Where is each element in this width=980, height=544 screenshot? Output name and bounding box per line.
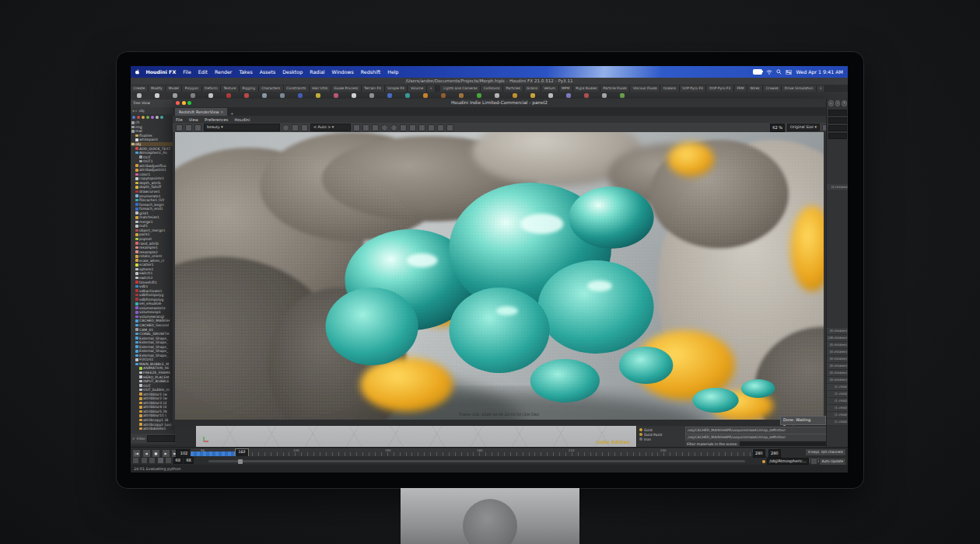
tree-tool-icon[interactable] — [137, 116, 140, 119]
renderview-menu-item[interactable]: View — [186, 117, 201, 122]
shelf-tool-icon[interactable] — [191, 93, 195, 98]
shelf-tool-icon[interactable] — [298, 93, 303, 98]
children-count-row[interactable]: (1 child) — [827, 391, 848, 398]
shelf-tab[interactable]: Model — [166, 85, 182, 92]
transport-button[interactable]: ◀ — [142, 449, 151, 458]
children-count-row[interactable]: (0 children) — [827, 363, 848, 370]
shelf-tool-icon[interactable] — [548, 93, 553, 98]
shelf-tab[interactable]: Vellum — [541, 85, 559, 92]
renderview-menu-item[interactable]: File — [173, 117, 186, 122]
refresh-icon[interactable] — [810, 458, 817, 465]
current-node-path[interactable]: /obj/Atmospheric... — [767, 458, 808, 465]
spotlight-search-icon[interactable] — [776, 69, 782, 75]
shelf-tab[interactable]: Lights and Cameras — [440, 85, 481, 92]
shelf-tool-icon[interactable] — [280, 93, 285, 98]
shelf-tool-icon[interactable] — [620, 93, 625, 98]
dopesheet-icon[interactable] — [157, 457, 164, 464]
menubar-app-name[interactable]: Houdini FX — [142, 69, 180, 75]
shelf-tab[interactable]: Characters — [259, 85, 284, 92]
range-end-field[interactable]: 280 — [753, 449, 765, 458]
menubar-item[interactable]: Edit — [194, 69, 211, 75]
shelf-tab[interactable]: Rigging — [240, 85, 259, 92]
panel-tool-icon[interactable]: i — [835, 100, 841, 106]
fullscreen-icon[interactable] — [418, 124, 425, 131]
children-count-row[interactable]: (1 child) — [827, 412, 848, 419]
shelf-tool-icon[interactable] — [316, 93, 320, 98]
checker-background-icon[interactable] — [372, 124, 379, 131]
transport-button[interactable]: ■ — [152, 449, 160, 458]
shelf-tool-icon[interactable] — [137, 93, 142, 98]
shelf-tool-icon[interactable] — [513, 93, 517, 98]
parameter-field[interactable] — [828, 117, 847, 124]
wifi-icon[interactable] — [766, 70, 772, 75]
shelf-tab[interactable]: DOP Pyro FX — [706, 85, 733, 92]
tree-tool-icon[interactable] — [142, 116, 145, 119]
parameter-field[interactable] — [828, 125, 847, 131]
network-editor-canvas[interactable]: Indie Edition — [196, 426, 636, 447]
playhead[interactable]: 102 — [235, 448, 249, 456]
children-count-row[interactable]: (18 children) — [827, 335, 848, 342]
audio-toggle-icon[interactable] — [141, 457, 148, 464]
shelf-tool-icon[interactable] — [262, 93, 267, 98]
shelf-tool-icon[interactable] — [352, 93, 356, 98]
shelf-tab[interactable]: Particle Fluids — [600, 85, 630, 92]
panel-tool-icon[interactable]: ? — [842, 100, 847, 106]
menubar-item[interactable]: File — [180, 69, 195, 75]
menubar-item[interactable]: Render — [212, 69, 236, 75]
children-count-row[interactable]: (1 child) — [827, 398, 848, 405]
shelf-tab[interactable]: Crowds — [763, 85, 782, 92]
shelf-tool-icon[interactable] — [584, 93, 589, 98]
shelf-tool-icon[interactable] — [477, 93, 481, 98]
size-dropdown[interactable]: Original Size ▾ — [787, 124, 820, 131]
shelf-tab[interactable]: Volume — [408, 85, 426, 92]
shelf-tab[interactable]: Grains — [524, 85, 541, 92]
shelf-tool-icon[interactable] — [441, 93, 446, 98]
menubar-item[interactable]: Redshift — [357, 69, 384, 75]
children-count-row[interactable]: (1 child) — [827, 405, 848, 412]
nav-back-icon[interactable]: ◂ — [132, 109, 134, 113]
panels-icon[interactable] — [428, 124, 435, 131]
apple-menu-icon[interactable] — [131, 69, 142, 75]
shelf-tab[interactable]: FEM — [734, 85, 747, 92]
save-snapshot-icon[interactable] — [185, 124, 192, 131]
shelf-tab[interactable]: SOP Pyro FX — [680, 85, 707, 92]
grid-icon[interactable] — [362, 124, 369, 131]
tab-close-icon[interactable]: ✕ — [220, 110, 223, 114]
realtime-toggle-icon[interactable] — [132, 457, 139, 464]
lock-icon[interactable] — [353, 124, 360, 131]
tree-tool-icon[interactable] — [146, 116, 149, 119]
close-traffic-light[interactable] — [176, 101, 180, 105]
clear-icon[interactable] — [292, 124, 299, 131]
parameter-field[interactable] — [828, 110, 847, 116]
target-icon[interactable] — [390, 124, 397, 131]
children-count-row[interactable]: (0 children) — [827, 342, 848, 349]
children-count-row[interactable]: (0 children) — [827, 377, 848, 384]
range-start-field-2[interactable]: 68 — [184, 457, 193, 464]
shelf-tab[interactable]: + — [427, 85, 436, 92]
menubar-item[interactable]: Assets — [256, 69, 279, 75]
shelf-tab[interactable]: Modify — [149, 85, 166, 92]
menubar-item[interactable]: Help — [384, 69, 402, 75]
parameter-field[interactable] — [828, 133, 847, 139]
crop-region-icon[interactable] — [301, 124, 308, 131]
zoom-traffic-light[interactable] — [187, 101, 191, 105]
shelf-tool-icon[interactable] — [244, 93, 249, 98]
menubar-item[interactable]: Windows — [328, 69, 357, 75]
children-count-row[interactable]: (1 child) — [827, 419, 848, 426]
tree-tool-icon[interactable] — [160, 116, 163, 119]
expand-icon[interactable] — [409, 124, 416, 131]
panel-tool-icon[interactable]: ⌕ — [828, 100, 834, 106]
open-snapshot-icon[interactable] — [176, 124, 183, 131]
menubar-item[interactable]: Takes — [236, 69, 256, 75]
minimize-traffic-light[interactable] — [182, 101, 186, 105]
menubar-clock[interactable]: Wed Apr 1 9:41 AM — [796, 69, 843, 75]
transport-button[interactable]: ▶ — [162, 449, 170, 458]
shelf-tab[interactable]: Create — [131, 85, 149, 92]
shelf-tool-icon[interactable] — [387, 93, 392, 98]
shelf-tool-icon[interactable] — [566, 93, 571, 98]
range-handle[interactable] — [238, 459, 243, 464]
shelf-tab[interactable]: Particles — [503, 85, 524, 92]
control-center-icon[interactable] — [786, 70, 792, 75]
range-start-field[interactable]: 68 — [173, 457, 183, 464]
shelf-tab[interactable]: Viscous Fluids — [630, 85, 660, 92]
